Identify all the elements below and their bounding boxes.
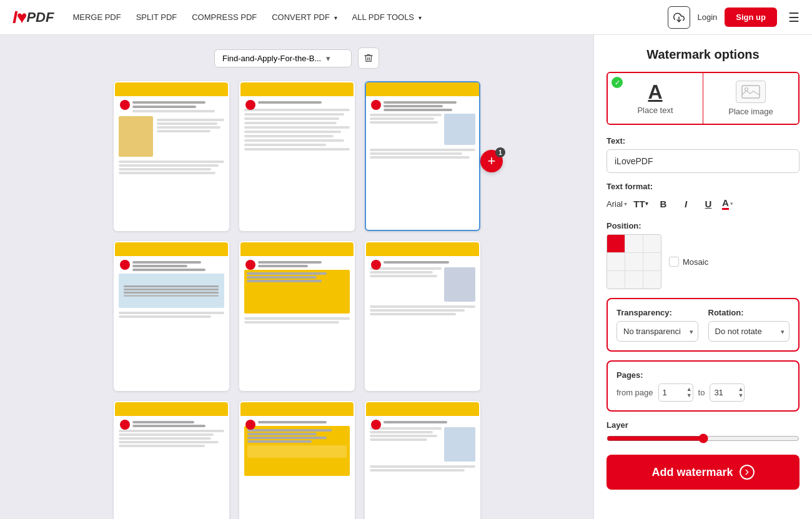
font-arrow-icon: ▾ — [624, 200, 627, 207]
menu-icon[interactable]: ☰ — [788, 10, 800, 25]
nav-convert-pdf[interactable]: CONVERT PDF ▾ — [272, 12, 337, 22]
add-page-button[interactable]: + 1 — [480, 150, 503, 172]
dropdown-arrow-icon: ▾ — [326, 54, 330, 63]
page-thumb-8[interactable] — [239, 401, 355, 519]
pos-cell-top-center[interactable] — [625, 235, 643, 252]
text-format-label: Text format: — [607, 182, 800, 191]
layer-slider-wrap — [607, 433, 800, 446]
color-arrow-icon: ▾ — [730, 200, 733, 207]
nav-all-tools[interactable]: ALL PDF TOOLS ▾ — [352, 12, 422, 22]
pages-label: Pages: — [616, 370, 790, 380]
from-page-label: from page — [616, 388, 653, 397]
from-page-input-wrap: ▲ ▼ — [658, 383, 693, 402]
font-selector[interactable]: Arial ▾ — [607, 199, 627, 209]
to-page-input-wrap: ▲ ▼ — [710, 383, 745, 402]
mosaic-wrap: Mosaic — [669, 257, 708, 267]
file-selector-bar: Find-and-Apply-For-the-B... ▾ — [12, 47, 581, 69]
to-label: to — [698, 388, 705, 397]
transparency-label: Transparency: — [616, 308, 698, 317]
file-name: Find-and-Apply-For-the-B... — [222, 54, 321, 63]
pages-row-inner: from page ▲ ▼ to ▲ ▼ — [616, 383, 790, 402]
right-panel: Watermark options ✓ A Place text Place i… — [593, 35, 812, 519]
text-tab-icon: A — [648, 82, 662, 102]
logo[interactable]: I♥PDF — [12, 7, 54, 27]
nav-compress-pdf[interactable]: COMPRESS PDF — [192, 12, 257, 22]
file-dropdown[interactable]: Find-and-Apply-For-the-B... ▾ — [214, 49, 352, 67]
add-watermark-button[interactable]: Add watermark — [607, 455, 800, 490]
mosaic-label: Mosaic — [683, 257, 708, 267]
rotation-label: Rotation: — [708, 308, 790, 317]
text-input[interactable] — [607, 149, 800, 173]
page-thumb-2[interactable] — [239, 81, 355, 231]
color-picker[interactable]: A ▾ — [722, 197, 733, 210]
image-placeholder-icon — [736, 81, 766, 103]
underline-button[interactable]: U — [700, 195, 717, 212]
add-badge: 1 — [495, 147, 505, 157]
position-section: Position: Mos — [607, 221, 800, 289]
font-size-button[interactable]: TT ▾ — [632, 195, 650, 212]
page-thumb-5[interactable] — [239, 241, 355, 391]
pages-section: Pages: from page ▲ ▼ to ▲ ▼ — [607, 360, 800, 412]
page-thumb-1[interactable] — [114, 81, 229, 231]
add-watermark-icon — [740, 465, 755, 480]
page-thumb-6[interactable] — [365, 241, 480, 391]
logo-heart: I♥ — [12, 7, 26, 27]
pos-cell-bottom-left[interactable] — [607, 271, 625, 289]
tab-place-image[interactable]: Place image — [703, 73, 798, 124]
image-tab-label: Place image — [728, 107, 773, 116]
transparency-select[interactable]: No transparencie... 25% 50% 75% — [616, 321, 698, 342]
pos-cell-middle-right[interactable] — [643, 253, 661, 270]
position-label: Position: — [607, 221, 800, 230]
rotation-select-wrap: Do not rotate 45° 90° 135° ▾ — [708, 321, 790, 342]
layer-section: Layer — [607, 420, 800, 446]
from-page-arrows: ▲ ▼ — [686, 387, 692, 399]
page-thumb-7[interactable] — [114, 401, 229, 519]
pos-cell-middle-center[interactable] — [625, 253, 643, 270]
format-row: Arial ▾ TT ▾ B I U A ▾ — [607, 195, 800, 212]
size-arrow-icon: ▾ — [645, 200, 648, 207]
page-thumb-9[interactable] — [365, 401, 480, 519]
italic-button[interactable]: I — [677, 195, 695, 212]
mosaic-checkbox[interactable] — [669, 257, 679, 267]
add-page-area: + 1 — [480, 150, 503, 172]
transparency-select-wrap: No transparencie... 25% 50% 75% ▾ — [616, 321, 698, 342]
text-tab-label: Place text — [637, 106, 673, 115]
main-container: Find-and-Apply-For-the-B... ▾ — [0, 35, 812, 519]
bold-button[interactable]: B — [655, 195, 672, 212]
nav-links: MERGE PDF SPLIT PDF COMPRESS PDF CONVERT… — [72, 12, 667, 22]
two-col: Transparency: No transparencie... 25% 50… — [616, 308, 790, 342]
rotation-select[interactable]: Do not rotate 45° 90° 135° — [708, 321, 790, 342]
from-page-down-arrow[interactable]: ▼ — [686, 393, 692, 399]
nav-merge-pdf[interactable]: MERGE PDF — [72, 12, 121, 22]
pos-cell-top-right[interactable] — [643, 235, 661, 252]
transparency-rotation-section: Transparency: No transparencie... 25% 50… — [607, 298, 800, 352]
download-button[interactable] — [668, 6, 690, 29]
tab-place-text[interactable]: ✓ A Place text — [608, 73, 703, 124]
pos-cell-bottom-right[interactable] — [643, 271, 661, 289]
trash-button[interactable] — [358, 47, 379, 69]
logo-pdf: PDF — [26, 9, 54, 26]
nav-split-pdf[interactable]: SPLIT PDF — [136, 12, 177, 22]
header-right: Login Sign up ☰ — [668, 6, 800, 29]
pos-cell-middle-left[interactable] — [607, 253, 625, 270]
rotation-col: Rotation: Do not rotate 45° 90° 135° ▾ — [708, 308, 790, 342]
watermark-tabs: ✓ A Place text Place image — [607, 72, 800, 125]
position-grid-wrap: Mosaic — [607, 234, 800, 289]
panel-title: Watermark options — [607, 47, 800, 62]
transparency-col: Transparency: No transparencie... 25% 50… — [616, 308, 698, 342]
pos-cell-bottom-center[interactable] — [625, 271, 643, 289]
position-grid[interactable] — [607, 234, 661, 289]
header: I♥PDF MERGE PDF SPLIT PDF COMPRESS PDF C… — [0, 0, 812, 35]
to-page-down-arrow[interactable]: ▼ — [738, 393, 743, 399]
check-icon: ✓ — [611, 77, 623, 88]
text-label: Text: — [607, 136, 800, 146]
pos-cell-top-left[interactable] — [607, 235, 625, 252]
page-thumb-3[interactable] — [365, 81, 480, 231]
login-button[interactable]: Login — [698, 12, 718, 22]
page-thumb-4[interactable] — [114, 241, 229, 391]
to-page-arrows: ▲ ▼ — [738, 387, 743, 399]
add-watermark-label: Add watermark — [651, 466, 733, 479]
signup-button[interactable]: Sign up — [725, 7, 777, 27]
layer-label: Layer — [607, 420, 800, 430]
layer-slider[interactable] — [607, 433, 800, 443]
